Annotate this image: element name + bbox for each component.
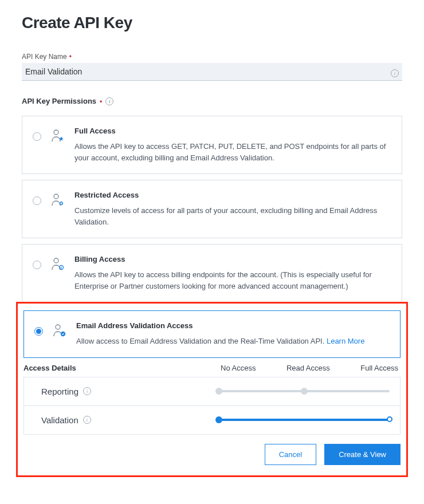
info-icon[interactable]: i [83, 387, 91, 395]
access-details-title: Access Details [23, 364, 218, 372]
api-key-name-input[interactable] [22, 63, 402, 81]
permission-option-restricted-access[interactable]: Restricted Access Customize levels of ac… [22, 180, 402, 238]
access-slider-validation[interactable] [219, 416, 390, 424]
access-slider-reporting[interactable] [219, 387, 390, 395]
user-gear-icon [52, 193, 64, 209]
radio-restricted-access[interactable] [33, 196, 41, 205]
radio-full-access[interactable] [33, 132, 41, 141]
permission-description: Allows the API key to access billing end… [74, 269, 390, 292]
info-icon[interactable]: i [105, 97, 113, 105]
access-row-reporting: Reporting i [24, 377, 400, 406]
radio-email-validation-access[interactable] [34, 327, 43, 336]
permission-description: Allow access to Email Address Validation… [76, 336, 388, 347]
user-check-icon [53, 324, 66, 340]
svg-point-0 [54, 130, 58, 135]
radio-billing-access[interactable] [33, 261, 41, 269]
user-dollar-icon: $ [52, 257, 64, 273]
highlighted-section: Email Address Validation Access Allow ac… [16, 302, 408, 477]
create-view-button[interactable]: Create & View [324, 444, 401, 465]
cancel-button[interactable]: Cancel [265, 444, 316, 465]
access-column-full-access: Full Access [360, 364, 398, 372]
permission-title: Restricted Access [74, 191, 390, 199]
svg-point-1 [54, 194, 58, 199]
access-row-label: Validation [41, 415, 78, 425]
info-icon[interactable]: i [83, 416, 91, 424]
permissions-section-label: API Key Permissions• i [22, 97, 402, 105]
user-star-icon [52, 129, 64, 145]
access-column-no-access: No Access [221, 364, 256, 372]
learn-more-link[interactable]: Learn More [327, 337, 364, 345]
permission-title: Full Access [74, 127, 390, 135]
svg-point-3 [54, 258, 58, 263]
required-indicator: • [69, 53, 72, 60]
permission-description: Allows the API key to access GET, PATCH,… [74, 141, 390, 163]
access-row-label: Reporting [41, 387, 78, 396]
access-row-validation: Validation i [24, 406, 400, 434]
permission-option-full-access[interactable]: Full Access Allows the API key to access… [22, 116, 402, 174]
api-key-name-label: API Key Name • [22, 53, 402, 61]
access-column-read-access: Read Access [286, 364, 330, 372]
permission-option-email-validation-access[interactable]: Email Address Validation Access Allow ac… [23, 310, 401, 358]
required-indicator: • [100, 98, 102, 105]
info-icon[interactable]: i [391, 67, 399, 77]
permission-title: Email Address Validation Access [76, 321, 388, 330]
svg-text:$: $ [61, 266, 62, 270]
access-details-list: Reporting i Validation i [23, 377, 401, 435]
permission-description: Customize levels of access for all parts… [74, 205, 390, 227]
svg-point-6 [56, 325, 60, 329]
permission-title: Billing Access [74, 255, 390, 263]
page-title: Create API Key [22, 14, 402, 32]
permission-option-billing-access[interactable]: $ Billing Access Allows the API key to a… [22, 244, 402, 302]
